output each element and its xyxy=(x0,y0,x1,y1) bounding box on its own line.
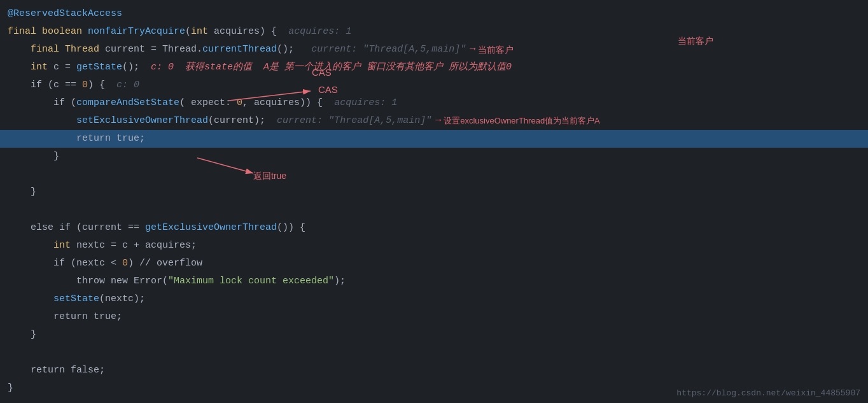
line-6: if (compareAndSetState( expect: 0, acqui… xyxy=(0,94,868,112)
comment-setexclusive: current: "Thread[A,5,main]" xyxy=(277,113,431,129)
line-2: final boolean nonfairTryAcquire(int acqu… xyxy=(0,23,868,41)
close-3: } xyxy=(31,327,36,343)
line-10 xyxy=(0,166,868,183)
if-paren: if ( xyxy=(53,95,76,111)
return-true-2: return true; xyxy=(53,309,122,325)
line-15: if (nextc < 0) // overflow xyxy=(0,255,868,272)
zh-setexclusive: 设置exclusiveOwnerThread值为当前客户A xyxy=(444,115,600,128)
kw-boolean: boolean xyxy=(42,24,88,39)
line-1: @ReservedStackAccess xyxy=(0,5,868,23)
indent-16 xyxy=(8,274,76,289)
line-19: } xyxy=(0,326,868,344)
nextc: nextc = c + acquires; xyxy=(71,238,197,253)
cas-params: ( expect: xyxy=(179,95,237,111)
method-nonfair: nonfairTryAcquire xyxy=(88,24,185,39)
string-error: "Maximum lock count exceeded" xyxy=(168,274,334,289)
if-nextc: if (nextc < xyxy=(53,256,122,271)
indent-18 xyxy=(8,309,53,325)
kw-int2: int xyxy=(31,60,48,75)
annotation-reserved-stack: @ReservedStackAccess xyxy=(8,6,122,22)
line-8: return true; xyxy=(0,130,868,148)
line-4: int c = getState(); c: 0 获得state的值 A是 第一… xyxy=(0,59,868,76)
indent-9 xyxy=(8,149,53,164)
throw-semi: ); xyxy=(334,274,346,289)
close-final: } xyxy=(8,381,13,396)
param-acquires: acquires) { xyxy=(208,24,288,39)
num-0: 0 xyxy=(82,78,88,93)
indent-7 xyxy=(8,113,76,129)
params: ( xyxy=(185,24,191,39)
cas-params2: , acquires)) { xyxy=(242,95,334,111)
code-container: @ReservedStackAccess final boolean nonfa… xyxy=(0,0,868,403)
comment-c0: c: 0 xyxy=(116,78,139,93)
line-12 xyxy=(0,201,868,219)
setexclusive-params: (current); xyxy=(208,113,277,129)
else-brace: ()) { xyxy=(277,220,305,236)
zh-current: 当前客户 xyxy=(478,43,514,57)
method-getstate: getState xyxy=(76,60,122,75)
line-16: throw new Error("Maximum lock count exce… xyxy=(0,272,868,290)
line-3: final Thread current = Thread.currentThr… xyxy=(0,41,868,59)
line-5: if (c == 0) { c: 0 CAS xyxy=(0,76,868,94)
line-9: } xyxy=(0,148,868,166)
method-cas: compareAndSetState xyxy=(76,95,179,111)
indent-3 xyxy=(8,42,31,57)
indent-14 xyxy=(8,238,53,253)
comment-current: current: "Thread[A,5,main]" xyxy=(311,42,466,57)
brace-if: ) { xyxy=(88,78,116,93)
indent-4 xyxy=(8,60,31,75)
method-setstate: setState xyxy=(53,292,99,307)
indent-6 xyxy=(8,95,53,111)
num-0-3: 0 xyxy=(122,256,128,271)
line-11: } xyxy=(0,183,868,201)
line-14: int nextc = c + acquires; xyxy=(0,237,868,255)
arrow-right-3: → xyxy=(470,42,475,57)
line-13: else if (current == getExclusiveOwnerThr… xyxy=(0,219,868,237)
method-currentthread: currentThread xyxy=(202,42,277,57)
footer-url: https://blog.csdn.net/weixin_44855907 xyxy=(676,388,860,398)
line-20 xyxy=(0,344,868,362)
indent-13 xyxy=(8,220,31,236)
overflow-comment: ) // overflow xyxy=(128,256,202,271)
indent-11 xyxy=(8,185,31,200)
indent-5 xyxy=(8,78,31,93)
close-2: } xyxy=(31,185,36,200)
if-c: if (c == xyxy=(31,78,82,93)
paren1: (); xyxy=(277,42,311,57)
kw-thread: Thread xyxy=(65,42,99,57)
indent-19 xyxy=(8,327,31,343)
setstate-param: (nextc); xyxy=(99,292,145,307)
indent-8 xyxy=(8,131,76,146)
cas-label: CAS xyxy=(312,65,332,80)
return-false: return false; xyxy=(31,363,105,378)
close-1: } xyxy=(53,149,59,164)
line-18: return true; xyxy=(0,308,868,326)
c-assign: c = xyxy=(48,60,76,75)
num-0-2: 0 xyxy=(237,95,242,111)
throw-new: throw new Error( xyxy=(76,274,168,289)
indent-15 xyxy=(8,256,53,271)
kw-final2: final xyxy=(31,42,65,57)
line-7: setExclusiveOwnerThread(current); curren… xyxy=(0,112,868,130)
line-17: setState(nextc); xyxy=(0,290,868,308)
kw-int: int xyxy=(191,24,208,39)
return-true: return true; xyxy=(76,131,145,146)
kw-int3: int xyxy=(53,238,71,253)
method-getexclusive: getExclusiveOwnerThread xyxy=(145,220,277,236)
arrow-right-7: → xyxy=(435,113,441,129)
method-setexclusive: setExclusiveOwnerThread xyxy=(76,113,208,129)
current-assign: current = Thread. xyxy=(99,42,202,57)
kw-final: final xyxy=(8,24,42,39)
line-21: return false; xyxy=(0,362,868,379)
indent-17 xyxy=(8,292,53,307)
comment-acquires: acquires: 1 xyxy=(288,24,351,39)
else-if: else if (current == xyxy=(31,220,145,236)
indent-21 xyxy=(8,363,31,378)
comment-acquires2: acquires: 1 xyxy=(334,95,397,111)
paren2: (); xyxy=(122,60,151,75)
